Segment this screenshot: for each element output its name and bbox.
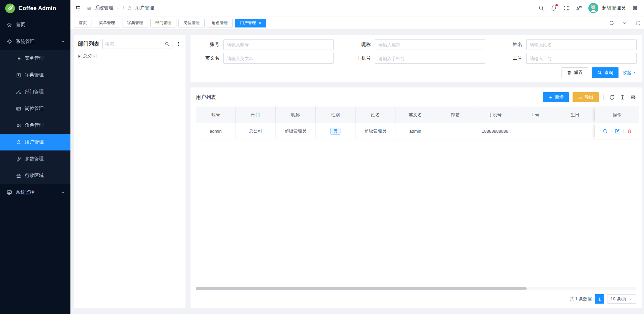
tab-dept-management[interactable]: 部门管理 xyxy=(150,19,176,27)
tab-home[interactable]: 首页 xyxy=(74,19,92,27)
column-header-phone[interactable]: 手机号 xyxy=(475,107,515,123)
tab-label: 菜单管理 xyxy=(99,20,115,26)
tab-close-icon[interactable] xyxy=(258,21,261,24)
department-panel-header: 部门列表 xyxy=(78,39,181,49)
edit-row-button[interactable] xyxy=(614,128,621,134)
sidebar-item-user-management[interactable]: 用户管理 xyxy=(0,134,70,150)
sidebar-item-label: 字典管理 xyxy=(25,72,44,78)
collapse-sidebar-icon[interactable] xyxy=(75,5,81,11)
sidebar-item-label: 菜单管理 xyxy=(25,55,44,61)
tab-label: 用户管理 xyxy=(240,20,256,26)
name-input[interactable] xyxy=(526,39,637,50)
sidebar-item-home[interactable]: 首页 xyxy=(0,16,70,33)
tab-role-management[interactable]: 角色管理 xyxy=(207,19,233,27)
tabbar-controls xyxy=(605,16,644,29)
tab-dict-management[interactable]: 字典管理 xyxy=(122,19,148,27)
leaf-logo-icon xyxy=(5,3,15,13)
job-number-input[interactable] xyxy=(526,53,637,64)
column-header-english-name[interactable]: 英文名 xyxy=(395,107,435,123)
column-header-account[interactable]: 账号 xyxy=(196,107,236,123)
column-header-department[interactable]: 部门 xyxy=(236,107,276,123)
search-icon xyxy=(597,70,602,75)
department-more-button[interactable] xyxy=(175,41,181,47)
column-header-nickname[interactable]: 昵称 xyxy=(276,107,316,123)
column-settings-button[interactable] xyxy=(630,94,637,101)
page-size-select[interactable]: 10 条/页 xyxy=(607,294,636,304)
column-header-job-number[interactable]: 工号 xyxy=(515,107,555,123)
sidebar-item-menu-management[interactable]: 菜单管理 xyxy=(0,50,70,67)
query-button-label: 查询 xyxy=(604,70,613,76)
english-name-input[interactable] xyxy=(223,53,334,64)
tabbar-dropdown-button[interactable] xyxy=(618,16,631,29)
settings-gear-icon[interactable] xyxy=(632,5,638,11)
sidebar-item-admin-region[interactable]: 行政区域 xyxy=(0,167,70,184)
collapse-link-label: 收起 xyxy=(623,70,631,76)
breadcrumb-separator: / xyxy=(123,5,124,11)
tab-post-management[interactable]: 岗位管理 xyxy=(178,19,205,27)
action-divider xyxy=(611,129,611,133)
table-row[interactable]: admin 总公司 超级管理员 男 超级管理员 admin 1888888888… xyxy=(196,123,637,139)
query-button[interactable]: 查询 xyxy=(592,67,619,78)
home-icon xyxy=(7,22,12,27)
search-icon[interactable] xyxy=(538,5,544,11)
breadcrumb-level-1[interactable]: 系统管理 xyxy=(95,5,113,11)
account-input[interactable] xyxy=(223,39,334,50)
column-header-name[interactable]: 姓名 xyxy=(356,107,395,123)
table-header-row: 账号 部门 昵称 性别 姓名 英文名 邮箱 手机号 工号 生日 操作 xyxy=(196,107,637,123)
sidebar-item-system-management[interactable]: 系统管理 xyxy=(0,33,70,50)
sidebar-item-role-management[interactable]: 角色管理 xyxy=(0,117,70,134)
tree-caret-icon[interactable] xyxy=(78,55,80,58)
tree-node-label: 总公司 xyxy=(83,53,97,59)
id-card-icon xyxy=(16,106,21,111)
phone-input[interactable] xyxy=(375,53,485,64)
nickname-input[interactable] xyxy=(375,39,485,50)
sidebar-item-dict-management[interactable]: 字典管理 xyxy=(0,67,70,83)
tabbar-refresh-button[interactable] xyxy=(605,16,618,29)
translate-icon[interactable] xyxy=(576,5,582,11)
plus-icon xyxy=(548,95,552,100)
gear-icon xyxy=(7,39,12,44)
department-search-input[interactable] xyxy=(102,39,162,49)
sidebar-item-param-management[interactable]: 参数管理 xyxy=(0,150,70,167)
column-header-email[interactable]: 邮箱 xyxy=(435,107,475,123)
sidebar-item-label: 角色管理 xyxy=(25,122,44,128)
sidebar-item-post-management[interactable]: 岗位管理 xyxy=(0,100,70,117)
column-header-birthday[interactable]: 生日 xyxy=(555,107,595,123)
page-size-value: 10 条/页 xyxy=(610,296,627,302)
tree-node-root-company[interactable]: 总公司 xyxy=(78,52,181,60)
add-button-label: 新增 xyxy=(555,94,564,100)
download-icon xyxy=(578,95,582,100)
field-label: 姓名 xyxy=(499,42,526,48)
current-user-name[interactable]: 超级管理员 xyxy=(602,5,626,11)
field-label: 昵称 xyxy=(347,42,375,48)
fullscreen-icon[interactable] xyxy=(563,5,569,11)
notification-bell[interactable] xyxy=(551,5,557,11)
gender-tag: 男 xyxy=(330,128,340,135)
tab-menu-management[interactable]: 菜单管理 xyxy=(94,19,120,27)
cell-job-number xyxy=(515,123,555,139)
kebab-menu-icon xyxy=(176,41,181,47)
trash-icon xyxy=(627,129,632,134)
field-label: 英文名 xyxy=(196,55,223,61)
sidebar-item-system-monitor[interactable]: 系统监控 xyxy=(0,184,70,201)
user-avatar[interactable] xyxy=(588,3,598,13)
tab-user-management[interactable]: 用户管理 xyxy=(235,19,266,27)
breadcrumb-level-2: 用户管理 xyxy=(135,5,154,11)
row-height-button[interactable] xyxy=(619,94,626,101)
filter-field-nickname: 昵称 xyxy=(347,39,485,50)
gear-icon xyxy=(630,95,636,100)
reset-button[interactable]: 重置 xyxy=(561,67,588,78)
department-search-button[interactable] xyxy=(162,39,172,49)
delete-row-button[interactable] xyxy=(626,128,633,134)
sidebar-item-dept-management[interactable]: 部门管理 xyxy=(0,83,70,100)
horizontal-scrollbar-thumb[interactable] xyxy=(196,287,527,290)
view-row-button[interactable] xyxy=(602,128,608,134)
export-button[interactable]: 导出 xyxy=(573,92,599,102)
column-header-gender[interactable]: 性别 xyxy=(316,107,356,123)
sidebar-item-label: 系统管理 xyxy=(16,39,35,45)
add-user-button[interactable]: 新增 xyxy=(543,92,569,102)
tabbar-maximize-button[interactable] xyxy=(631,16,644,29)
page-number-1[interactable]: 1 xyxy=(595,294,604,304)
collapse-filter-link[interactable]: 收起 xyxy=(623,70,637,76)
table-refresh-button[interactable] xyxy=(608,94,615,101)
